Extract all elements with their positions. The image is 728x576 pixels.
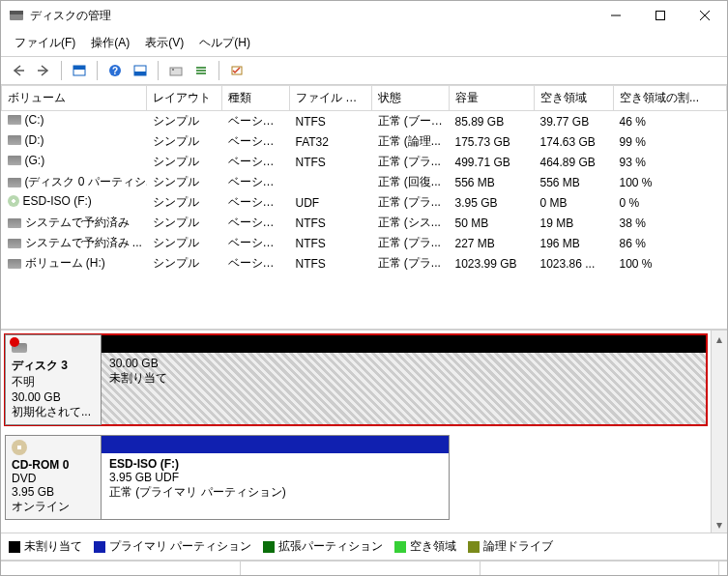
- volume-status: 正常 (プラ...: [372, 233, 450, 253]
- volume-list[interactable]: ボリューム レイアウト 種類 ファイル システム 状態 容量 空き領域 空き領域…: [1, 85, 727, 331]
- volume-freepct: 46 %: [614, 111, 727, 132]
- table-row[interactable]: (ディスク 0 パーティシ...シンプルベーシック正常 (回復...556 MB…: [2, 172, 727, 192]
- drive-icon: [8, 115, 21, 125]
- volume-freepct: 86 %: [614, 233, 727, 253]
- volume-type: ベーシック: [222, 172, 290, 192]
- scroll-down-button[interactable]: ▾: [712, 516, 727, 533]
- col-capacity[interactable]: 容量: [450, 86, 535, 111]
- part-sub: 3.95 GB UDF: [109, 471, 441, 484]
- volume-status: 正常 (論理...: [372, 131, 450, 152]
- volume-type: ベーシック: [222, 152, 290, 172]
- table-row[interactable]: (D:)シンプルベーシックFAT32正常 (論理...175.73 GB174.…: [2, 131, 727, 152]
- menu-help[interactable]: ヘルプ(H): [191, 32, 258, 54]
- svg-text:?: ?: [112, 66, 118, 76]
- drive-icon: [8, 259, 21, 269]
- volume-free: 464.89 GB: [535, 152, 614, 172]
- partition-header-unallocated: [102, 335, 706, 353]
- view-bottom-button[interactable]: [129, 60, 152, 81]
- col-volume[interactable]: ボリューム: [2, 86, 147, 111]
- legend-unallocated: 未割り当て: [9, 538, 82, 555]
- disk-size: 3.95 GB: [12, 485, 95, 499]
- toolbar: ?: [1, 57, 727, 85]
- volume-status: 正常 (シス...: [372, 213, 450, 233]
- volume-name: ESD-ISO (F:): [23, 194, 92, 208]
- volume-capacity: 227 MB: [450, 233, 535, 253]
- menu-action[interactable]: 操作(A): [83, 32, 137, 54]
- volume-freepct: 99 %: [614, 131, 727, 152]
- view-top-button[interactable]: [68, 60, 91, 81]
- close-button[interactable]: [683, 1, 727, 30]
- partition-unallocated[interactable]: 30.00 GB 未割り当て: [102, 353, 706, 424]
- status-cell: [480, 562, 720, 576]
- table-row[interactable]: システムで予約済みシンプルベーシックNTFS正常 (シス...50 MB19 M…: [2, 213, 727, 233]
- col-type[interactable]: 種類: [222, 86, 290, 111]
- volume-layout: シンプル: [147, 131, 222, 152]
- menu-file[interactable]: ファイル(F): [7, 32, 83, 54]
- disk-body-disk3: 30.00 GB 未割り当て: [102, 334, 707, 425]
- volume-name: システムで予約済み ...: [25, 235, 142, 251]
- list-button[interactable]: [189, 60, 213, 81]
- volume-status: 正常 (ブート...: [372, 111, 450, 132]
- table-row[interactable]: (C:)シンプルベーシックNTFS正常 (ブート...85.89 GB39.77…: [2, 111, 727, 132]
- menubar: ファイル(F) 操作(A) 表示(V) ヘルプ(H): [1, 30, 727, 57]
- volume-freepct: 38 %: [614, 213, 727, 233]
- refresh-button[interactable]: [225, 60, 248, 81]
- volume-capacity: 85.89 GB: [450, 111, 535, 132]
- drive-icon: [8, 156, 21, 165]
- volume-type: ベーシック: [222, 233, 290, 253]
- svg-rect-1: [10, 11, 23, 14]
- volume-fs: NTFS: [290, 213, 372, 233]
- volume-freepct: 100 %: [614, 172, 727, 192]
- partition-primary[interactable]: ESD-ISO (F:) 3.95 GB UDF 正常 (プライマリ パーティシ…: [102, 453, 449, 519]
- col-status[interactable]: 状態: [372, 86, 450, 111]
- partition-header-primary: [102, 436, 449, 453]
- disk-info-cdrom0: CD-ROM 0 DVD 3.95 GB オンライン: [5, 435, 102, 520]
- table-row[interactable]: (G:)シンプルベーシックNTFS正常 (プラ...499.71 GB464.8…: [2, 152, 727, 172]
- legend-logical: 論理ドライブ: [468, 538, 553, 555]
- disk-row-cdrom0[interactable]: CD-ROM 0 DVD 3.95 GB オンライン ESD-ISO (F:) …: [5, 435, 707, 520]
- col-freepct[interactable]: 空き領域の割...: [614, 86, 727, 111]
- cd-icon: [8, 195, 19, 207]
- col-free[interactable]: 空き領域: [535, 86, 614, 111]
- maximize-button[interactable]: [638, 1, 683, 30]
- volume-name: (C:): [25, 113, 44, 127]
- volume-name: ボリューム (H:): [25, 255, 105, 272]
- volume-capacity: 175.73 GB: [450, 131, 535, 152]
- cd-icon: [12, 440, 27, 455]
- legend: 未割り当て プライマリ パーティション 拡張パーティション 空き領域 論理ドライ…: [1, 533, 727, 561]
- volume-layout: シンプル: [147, 233, 222, 253]
- properties-button[interactable]: [164, 60, 188, 81]
- back-button[interactable]: [7, 60, 30, 81]
- volume-free: 556 MB: [535, 172, 614, 192]
- svg-rect-13: [134, 72, 146, 75]
- volume-layout: シンプル: [147, 111, 222, 132]
- minimize-button[interactable]: [594, 1, 638, 30]
- disk-state: オンライン: [12, 499, 95, 515]
- volume-layout: シンプル: [147, 192, 222, 213]
- toolbar-sep: [218, 61, 219, 80]
- window-title: ディスクの管理: [30, 8, 594, 24]
- volume-capacity: 3.95 GB: [450, 192, 535, 213]
- svg-point-15: [172, 69, 174, 71]
- disk-row-disk3[interactable]: ディスク 3 不明 30.00 GB 初期化されて... 30.00 GB 未割…: [5, 334, 707, 425]
- volume-freepct: 0 %: [614, 192, 727, 213]
- volume-capacity: 1023.99 GB: [450, 253, 535, 274]
- forward-button[interactable]: [32, 60, 55, 81]
- table-row[interactable]: ボリューム (H:)シンプルベーシックNTFS正常 (プラ...1023.99 …: [2, 253, 727, 274]
- disk-kind: 不明: [12, 374, 95, 390]
- col-fs[interactable]: ファイル システム: [290, 86, 372, 111]
- col-layout[interactable]: レイアウト: [147, 86, 222, 111]
- table-row[interactable]: ESD-ISO (F:)シンプルベーシックUDF正常 (プラ...3.95 GB…: [2, 192, 727, 213]
- disk-title: CD-ROM 0: [12, 458, 95, 472]
- volume-free: 174.63 GB: [535, 131, 614, 152]
- menu-view[interactable]: 表示(V): [137, 32, 191, 54]
- table-row[interactable]: システムで予約済み ...シンプルベーシックNTFS正常 (プラ...227 M…: [2, 233, 727, 253]
- volume-capacity: 499.71 GB: [450, 152, 535, 172]
- help-button[interactable]: ?: [103, 60, 127, 81]
- volume-status: 正常 (プラ...: [372, 152, 450, 172]
- volume-freepct: 100 %: [614, 253, 727, 274]
- legend-primary: プライマリ パーティション: [94, 538, 251, 555]
- volume-type: ベーシック: [222, 131, 290, 152]
- scroll-up-button[interactable]: ▴: [712, 331, 727, 347]
- scrollbar[interactable]: ▴ ▾: [711, 331, 727, 533]
